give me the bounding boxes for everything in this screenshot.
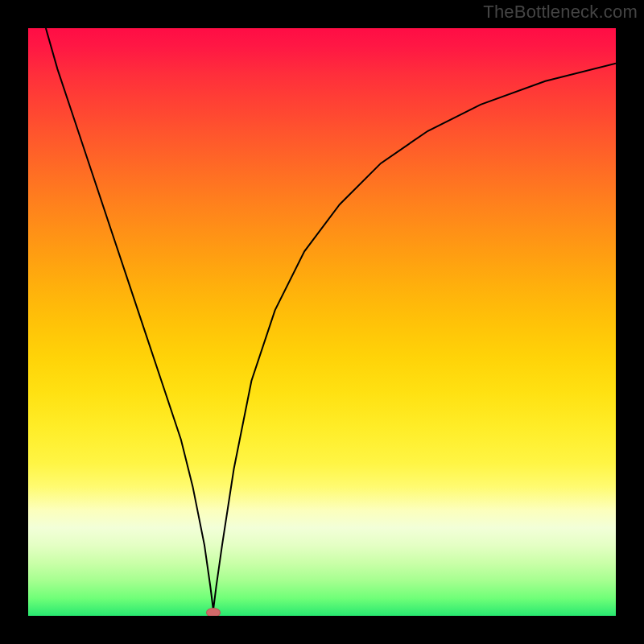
plot-area xyxy=(28,28,616,616)
curve-path xyxy=(46,28,616,610)
watermark-text: TheBottleneck.com xyxy=(483,2,638,23)
bottleneck-curve xyxy=(28,28,616,616)
bottleneck-marker xyxy=(206,608,221,616)
chart-frame: TheBottleneck.com xyxy=(0,0,644,644)
